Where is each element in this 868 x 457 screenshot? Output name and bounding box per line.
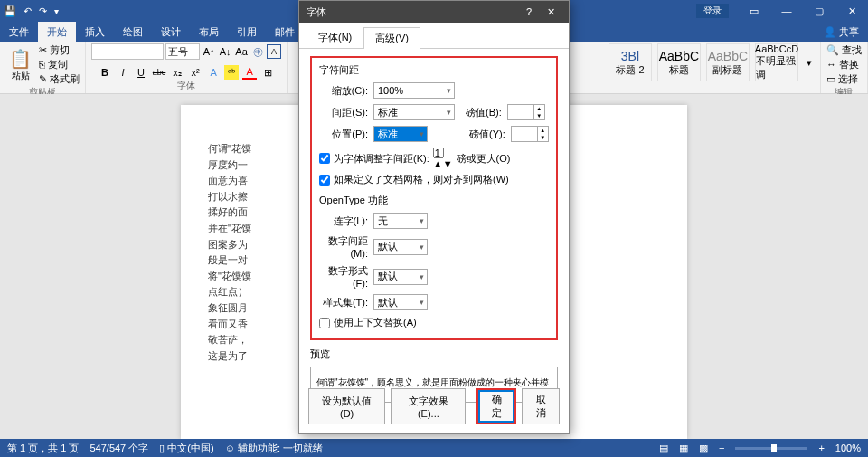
- cancel-button[interactable]: 取消: [522, 388, 560, 424]
- format-painter-button[interactable]: ✎ 格式刷: [39, 72, 80, 86]
- highlight-icon[interactable]: ᵃᵇ: [224, 65, 239, 80]
- tab-references[interactable]: 引用: [228, 22, 266, 42]
- tab-insert[interactable]: 插入: [76, 22, 114, 42]
- strike-button[interactable]: abc: [152, 65, 166, 80]
- down-arrow-icon[interactable]: ▼: [534, 112, 544, 119]
- tab-draw[interactable]: 绘图: [114, 22, 152, 42]
- doc-line: 并在"花馍: [208, 221, 251, 237]
- status-lang[interactable]: ▯ 中文(中国): [159, 442, 213, 455]
- ok-button[interactable]: 确定: [476, 388, 516, 424]
- styles-more-icon[interactable]: ▾: [804, 57, 815, 69]
- doc-line: 打以水擦: [208, 189, 251, 205]
- view-read-icon[interactable]: ▤: [659, 443, 668, 454]
- tab-layout[interactable]: 布局: [190, 22, 228, 42]
- up-arrow-icon[interactable]: ▲: [433, 158, 443, 169]
- undo-icon[interactable]: ↶: [24, 5, 32, 17]
- maximize-icon[interactable]: ▢: [807, 5, 832, 17]
- kerning-spinner[interactable]: ▲▼: [433, 148, 453, 169]
- spacing-pt-spinner[interactable]: ▲▼: [507, 104, 545, 120]
- shrink-font-icon[interactable]: A↓: [218, 44, 232, 59]
- spacing-pt-label: 磅值(B):: [466, 106, 502, 119]
- dialog-tab-advanced[interactable]: 高级(V): [363, 27, 420, 49]
- style-heading2[interactable]: 3Bl标题 2: [609, 43, 652, 81]
- font-color-icon[interactable]: A: [242, 65, 257, 80]
- status-page[interactable]: 第 1 页，共 1 页: [7, 442, 79, 455]
- copy-button[interactable]: ⎘ 复制: [39, 58, 80, 71]
- down-arrow-icon[interactable]: ▼: [538, 134, 548, 141]
- spacing-pt-input[interactable]: [508, 105, 533, 119]
- position-pt-spinner[interactable]: ▲▼: [511, 126, 549, 142]
- context-label: 使用上下文替换(A): [334, 316, 417, 329]
- group-clipboard: 📋 粘贴 ✂ 剪切 ⎘ 复制 ✎ 格式刷 剪贴板: [0, 42, 86, 93]
- style-title[interactable]: AaBbC标题: [657, 43, 701, 81]
- replace-button[interactable]: ↔ 替换: [826, 58, 862, 71]
- paste-icon[interactable]: 📋: [9, 48, 32, 70]
- change-case-icon[interactable]: Aa: [234, 44, 249, 59]
- ribbon-options-icon[interactable]: ▭: [741, 5, 767, 17]
- position-pt-input[interactable]: [512, 127, 537, 141]
- share-button[interactable]: 👤 共享: [815, 22, 868, 42]
- zoom-slider[interactable]: [735, 447, 807, 450]
- tab-home[interactable]: 开始: [38, 22, 76, 42]
- dialog-help-icon[interactable]: ?: [518, 6, 540, 17]
- dialog-tabs: 字体(N) 高级(V): [299, 23, 569, 49]
- view-web-icon[interactable]: ▩: [699, 443, 708, 454]
- zoom-out-icon[interactable]: −: [719, 443, 724, 453]
- bold-button[interactable]: B: [98, 65, 112, 80]
- font-name-select[interactable]: [91, 43, 164, 60]
- status-a11y[interactable]: ☺ 辅助功能: 一切就绪: [225, 442, 323, 455]
- text-effects-icon[interactable]: A: [206, 65, 221, 80]
- kerning-checkbox[interactable]: [319, 153, 330, 164]
- enclose-icon[interactable]: A: [267, 44, 281, 59]
- section-opentype-title: OpenType 功能: [319, 194, 549, 207]
- superscript-icon[interactable]: x²: [188, 65, 203, 80]
- dialog-titlebar[interactable]: 字体 ? ✕: [299, 1, 569, 23]
- up-arrow-icon[interactable]: ▲: [538, 127, 548, 134]
- context-checkbox[interactable]: [319, 318, 330, 328]
- statusbar: 第 1 页，共 1 页 547/547 个字 ▯ 中文(中国) ☺ 辅助功能: …: [0, 439, 868, 457]
- set-default-button[interactable]: 设为默认值(D): [308, 388, 385, 424]
- doc-line: 揉好的面: [208, 205, 251, 221]
- style-subtitle[interactable]: AaBbC副标题: [706, 43, 750, 81]
- spacing-select[interactable]: 标准: [373, 104, 455, 120]
- down-arrow-icon[interactable]: ▼: [443, 158, 453, 169]
- dialog-close-icon[interactable]: ✕: [540, 6, 561, 18]
- subscript-icon[interactable]: x₂: [170, 65, 184, 80]
- numform-select[interactable]: 默认: [373, 269, 428, 285]
- cut-button[interactable]: ✂ 剪切: [39, 43, 80, 57]
- phonetic-icon[interactable]: ㊥: [250, 44, 265, 59]
- group-label-font: 字体: [91, 80, 281, 92]
- dialog-tab-font[interactable]: 字体(N): [307, 26, 363, 48]
- ligatures-select[interactable]: 无: [373, 213, 428, 229]
- italic-button[interactable]: I: [116, 65, 130, 80]
- font-size-select[interactable]: 五号: [165, 43, 200, 60]
- redo-icon[interactable]: ↷: [39, 5, 47, 17]
- view-print-icon[interactable]: ▦: [679, 443, 688, 454]
- text-effects-button[interactable]: 文字效果(E)...: [391, 388, 466, 424]
- save-icon[interactable]: 💾: [4, 5, 16, 17]
- select-button[interactable]: ▭ 选择: [826, 72, 862, 86]
- zoom-in-icon[interactable]: +: [818, 443, 824, 453]
- underline-button[interactable]: U: [134, 65, 148, 80]
- tab-file[interactable]: 文件: [0, 22, 38, 42]
- zoom-level[interactable]: 100%: [835, 443, 861, 453]
- doc-line: 点红点）: [208, 284, 251, 300]
- status-words[interactable]: 547/547 个字: [90, 442, 148, 455]
- grid-checkbox[interactable]: [319, 175, 330, 186]
- grow-font-icon[interactable]: A↑: [202, 44, 216, 59]
- style-subtle[interactable]: AaBbCcD不明显强调: [755, 43, 798, 81]
- char-shading-icon[interactable]: ⊞: [260, 65, 275, 80]
- numspace-select[interactable]: 默认: [373, 239, 428, 255]
- tab-design[interactable]: 设计: [152, 22, 190, 42]
- kerning-input[interactable]: [433, 148, 444, 158]
- dialog-title-text: 字体: [307, 5, 518, 19]
- minimize-icon[interactable]: —: [774, 5, 799, 16]
- scale-select[interactable]: 100%: [373, 82, 455, 99]
- up-arrow-icon[interactable]: ▲: [534, 105, 544, 112]
- close-icon[interactable]: ✕: [839, 5, 864, 17]
- position-select[interactable]: 标准: [373, 126, 428, 142]
- styleset-label: 样式集(T):: [319, 296, 368, 309]
- styleset-select[interactable]: 默认: [373, 294, 428, 310]
- login-button[interactable]: 登录: [696, 4, 729, 18]
- find-button[interactable]: 🔍 查找: [826, 43, 862, 57]
